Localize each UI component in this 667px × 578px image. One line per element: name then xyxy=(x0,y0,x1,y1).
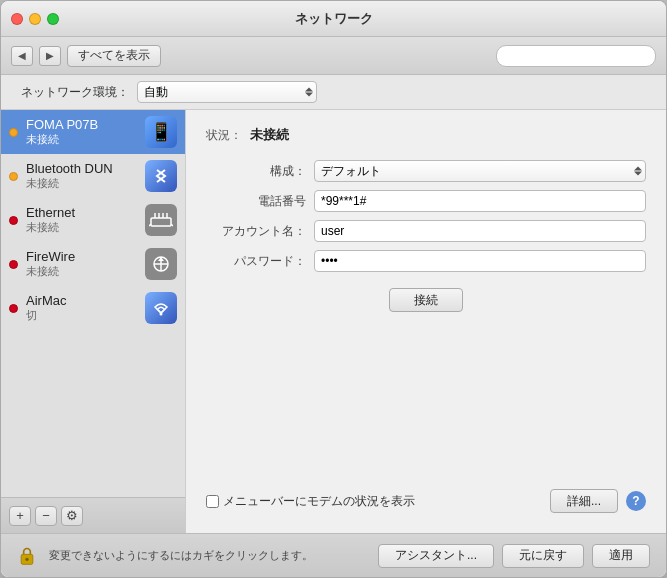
phone-row: 電話番号 xyxy=(206,190,646,212)
phone-input[interactable] xyxy=(314,190,646,212)
right-panel: 状況： 未接続 構成： デフォルト xyxy=(186,110,666,533)
svg-point-13 xyxy=(25,557,28,560)
maximize-button[interactable] xyxy=(47,13,59,25)
minimize-button[interactable] xyxy=(29,13,41,25)
details-button[interactable]: 詳細... xyxy=(550,489,618,513)
status-row: 状況： 未接続 xyxy=(206,126,646,144)
add-button[interactable]: + xyxy=(9,506,31,526)
env-select[interactable]: 自動 xyxy=(137,81,317,103)
ethernet-text: Ethernet 未接続 xyxy=(26,205,137,235)
sidebar-item-firewire[interactable]: FireWire 未接続 xyxy=(1,242,185,286)
airmac-text: AirMac 切 xyxy=(26,293,137,323)
phone-input-wrapper xyxy=(314,190,646,212)
modem-checkbox[interactable] xyxy=(206,495,219,508)
account-label: アカウント名： xyxy=(206,223,306,240)
forward-button[interactable]: ▶ xyxy=(39,46,61,66)
firewire-status: 未接続 xyxy=(26,264,137,279)
config-select-wrapper: デフォルト xyxy=(314,160,646,182)
status-label: 状況： xyxy=(206,127,242,144)
account-input[interactable] xyxy=(314,220,646,242)
bluetooth-status: 未接続 xyxy=(26,176,137,191)
airmac-status: 切 xyxy=(26,308,137,323)
window-title: ネットワーク xyxy=(295,10,373,28)
remove-button[interactable]: − xyxy=(35,506,57,526)
toolbar: ◀ ▶ すべてを表示 xyxy=(1,37,666,75)
close-button[interactable] xyxy=(11,13,23,25)
window-footer: 変更できないようにするにはカギをクリックします。 アシスタント... 元に戻す … xyxy=(1,533,666,577)
lock-icon[interactable] xyxy=(17,546,37,566)
bluetooth-text: Bluetooth DUN 未接続 xyxy=(26,161,137,191)
sidebar-footer: + − ⚙ xyxy=(1,497,185,533)
settings-button[interactable]: ⚙ xyxy=(61,506,83,526)
ethernet-name: Ethernet xyxy=(26,205,137,220)
env-bar: ネットワーク環境： 自動 xyxy=(1,75,666,110)
back-button[interactable]: ◀ xyxy=(11,46,33,66)
phone-label: 電話番号 xyxy=(206,193,306,210)
sidebar-item-ethernet[interactable]: Ethernet 未接続 xyxy=(1,198,185,242)
config-label: 構成： xyxy=(206,163,306,180)
config-select[interactable]: デフォルト xyxy=(314,160,646,182)
sidebar: FOMA P07B 未接続 📱 Bluetooth DUN 未接続 xyxy=(1,110,186,533)
search-wrapper xyxy=(496,45,656,67)
foma-icon: 📱 xyxy=(145,116,177,148)
firewire-text: FireWire 未接続 xyxy=(26,249,137,279)
sidebar-list: FOMA P07B 未接続 📱 Bluetooth DUN 未接続 xyxy=(1,110,185,497)
account-input-wrapper xyxy=(314,220,646,242)
bluetooth-name: Bluetooth DUN xyxy=(26,161,137,176)
spacer xyxy=(206,328,646,489)
status-dot-firewire xyxy=(9,260,18,269)
apply-button[interactable]: 適用 xyxy=(592,544,650,568)
traffic-lights xyxy=(11,13,59,25)
sidebar-item-bluetooth[interactable]: Bluetooth DUN 未接続 xyxy=(1,154,185,198)
airmac-icon xyxy=(145,292,177,324)
env-label: ネットワーク環境： xyxy=(21,84,129,101)
status-dot-airmac xyxy=(9,304,18,313)
connect-row: 接続 xyxy=(206,288,646,312)
firewire-name: FireWire xyxy=(26,249,137,264)
main-window: ネットワーク ◀ ▶ すべてを表示 ネットワーク環境： 自動 xyxy=(0,0,667,578)
sidebar-item-airmac[interactable]: AirMac 切 xyxy=(1,286,185,330)
foma-name: FOMA P07B xyxy=(26,117,137,132)
footer-info: 変更できないようにするにはカギをクリックします。 xyxy=(49,548,370,563)
account-row: アカウント名： xyxy=(206,220,646,242)
bottom-options: メニューバーにモデムの状況を表示 詳細... ? xyxy=(206,489,646,513)
foma-status: 未接続 xyxy=(26,132,137,147)
env-select-wrapper: 自動 xyxy=(137,81,317,103)
sidebar-item-foma[interactable]: FOMA P07B 未接続 📱 xyxy=(1,110,185,154)
modem-label-text: メニューバーにモデムの状況を表示 xyxy=(223,493,415,510)
airmac-name: AirMac xyxy=(26,293,137,308)
svg-point-11 xyxy=(160,313,163,316)
status-dot-foma xyxy=(9,128,18,137)
ethernet-icon xyxy=(145,204,177,236)
form-section: 構成： デフォルト 電話番号 xyxy=(206,160,646,312)
status-value: 未接続 xyxy=(250,126,289,144)
ethernet-status: 未接続 xyxy=(26,220,137,235)
help-button[interactable]: ? xyxy=(626,491,646,511)
password-label: パスワード： xyxy=(206,253,306,270)
bluetooth-icon xyxy=(145,160,177,192)
assistant-button[interactable]: アシスタント... xyxy=(378,544,494,568)
config-row: 構成： デフォルト xyxy=(206,160,646,182)
show-all-button[interactable]: すべてを表示 xyxy=(67,45,161,67)
revert-button[interactable]: 元に戻す xyxy=(502,544,584,568)
status-dot-bluetooth xyxy=(9,172,18,181)
firewire-icon xyxy=(145,248,177,280)
svg-rect-0 xyxy=(151,218,171,226)
foma-text: FOMA P07B 未接続 xyxy=(26,117,137,147)
titlebar: ネットワーク xyxy=(1,1,666,37)
password-row: パスワード： xyxy=(206,250,646,272)
password-input[interactable] xyxy=(314,250,646,272)
connect-button[interactable]: 接続 xyxy=(389,288,463,312)
status-dot-ethernet xyxy=(9,216,18,225)
modem-checkbox-label[interactable]: メニューバーにモデムの状況を表示 xyxy=(206,493,415,510)
main-layout: FOMA P07B 未接続 📱 Bluetooth DUN 未接続 xyxy=(1,110,666,533)
search-input[interactable] xyxy=(496,45,656,67)
password-input-wrapper xyxy=(314,250,646,272)
